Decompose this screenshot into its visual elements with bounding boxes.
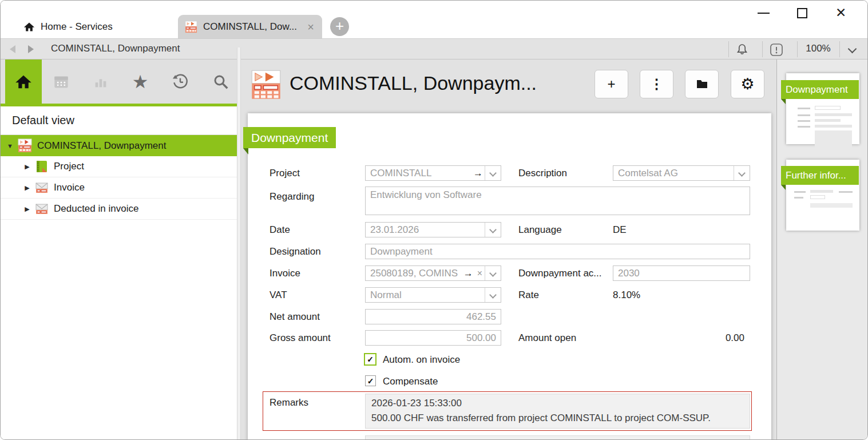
- view-selector[interactable]: Default view: [1, 106, 237, 135]
- compensate-checkbox[interactable]: ✓: [365, 375, 376, 386]
- add-button[interactable]: +: [594, 70, 628, 98]
- regarding-field[interactable]: Entwicklung von Software: [365, 187, 750, 215]
- dropdown-button[interactable]: [485, 223, 501, 237]
- designation-field[interactable]: Downpayment: [365, 244, 750, 259]
- checkmark-icon: ✓: [367, 376, 374, 386]
- invoice-field[interactable]: 25080189, COMINS → ×: [365, 265, 501, 281]
- field-value: Normal: [366, 290, 485, 301]
- calendar-icon[interactable]: [53, 74, 69, 90]
- rate-value: 8.10%: [613, 287, 640, 303]
- checkbox-label: Compensate: [383, 376, 438, 387]
- app-window: Home - Services COMINSTALL, Dow... × + ✕: [0, 0, 868, 440]
- tree-item-label: COMINSTALL, Downpayment: [37, 140, 166, 152]
- gross-amount-field[interactable]: 500.00: [365, 330, 501, 346]
- navigation-tree: ▼ COMINSTALL, Downpayment ▶: [1, 135, 237, 220]
- downpayment-account-field[interactable]: 2030: [613, 265, 750, 281]
- goto-arrow-icon[interactable]: →: [471, 168, 485, 179]
- history-icon[interactable]: [172, 73, 189, 90]
- field-label: Designation: [269, 244, 321, 259]
- expander-closed-icon[interactable]: ▶: [23, 205, 31, 213]
- chevron-down-icon[interactable]: [848, 45, 857, 54]
- project-icon: [35, 160, 49, 173]
- tree-item-invoice[interactable]: ▶ Invoice: [1, 177, 237, 199]
- star-icon[interactable]: ★: [132, 73, 149, 91]
- new-tab-button[interactable]: +: [330, 17, 349, 36]
- field-label: Remarks: [269, 395, 308, 410]
- field-label: Language: [518, 222, 562, 237]
- downpayment-doc-icon: [185, 21, 197, 33]
- zoom-level[interactable]: 100%: [800, 43, 836, 54]
- field-value: 23.01.2026: [366, 224, 485, 236]
- dropdown-button[interactable]: [485, 166, 501, 180]
- more-options-button[interactable]: ⋮: [640, 70, 673, 98]
- title-bar: Home - Services COMINSTALL, Dow... × + ✕: [1, 1, 867, 38]
- tab-label: Home - Services: [41, 21, 178, 33]
- banner-fold: [781, 185, 786, 190]
- page-title: COMINSTALL, Downpaym...: [290, 72, 537, 94]
- sidebar: ★ Default view ▼: [1, 60, 241, 439]
- field-label: Downpayment ac...: [518, 265, 610, 281]
- tab-home-services[interactable]: Home - Services: [14, 15, 178, 38]
- project-field[interactable]: COMINSTALL →: [365, 165, 501, 181]
- sidebar-tab-home[interactable]: [5, 60, 42, 104]
- forward-icon[interactable]: [28, 45, 34, 53]
- gear-icon: ⚙: [740, 75, 754, 93]
- close-tab-icon[interactable]: ×: [306, 21, 315, 33]
- field-label: Rate: [518, 287, 539, 303]
- goto-arrow-icon[interactable]: →: [462, 268, 475, 279]
- remarks-field[interactable]: 2026-01-23 15:33:00 500.00 CHF was trans…: [365, 394, 750, 429]
- chevron-down-icon: [489, 226, 497, 233]
- back-icon[interactable]: [10, 45, 15, 53]
- search-icon[interactable]: [212, 73, 229, 90]
- expander-open-icon[interactable]: ▼: [6, 142, 14, 149]
- date-field[interactable]: 23.01.2026: [365, 222, 501, 237]
- close-window-button[interactable]: ✕: [835, 5, 846, 21]
- bell-icon[interactable]: [735, 42, 749, 56]
- dropdown-button[interactable]: [485, 266, 501, 280]
- downpayment-doc-icon: [18, 138, 32, 153]
- clear-icon[interactable]: ×: [475, 268, 485, 279]
- downpayment-doc-icon: [251, 69, 282, 100]
- chevron-down-icon: [489, 291, 497, 299]
- remarks-line: 2026-01-23 15:33:00: [371, 396, 744, 411]
- autom-on-invoice-checkbox[interactable]: ✓: [364, 353, 376, 366]
- banner-fold: [243, 148, 248, 154]
- field-label: VAT: [269, 287, 287, 303]
- tab-document[interactable]: COMINSTALL, Dow... ×: [178, 15, 322, 38]
- expander-closed-icon[interactable]: ▶: [23, 163, 31, 171]
- vat-field[interactable]: Normal: [365, 287, 501, 303]
- tree-item-root[interactable]: ▼ COMINSTALL, Downpayment: [1, 135, 237, 156]
- folder-button[interactable]: [685, 70, 719, 98]
- settings-button[interactable]: ⚙: [731, 70, 764, 98]
- minimize-button[interactable]: [758, 13, 770, 14]
- sidebar-scrollbar[interactable]: [237, 47, 241, 439]
- field-label: Date: [269, 222, 290, 237]
- checkmark-icon: ✓: [367, 355, 374, 364]
- field-label: Regarding: [269, 189, 314, 204]
- net-amount-field[interactable]: 462.55: [365, 309, 501, 324]
- field-value: 2030: [613, 268, 750, 279]
- bar-chart-icon[interactable]: [93, 74, 109, 90]
- divider: [762, 41, 763, 57]
- description-field[interactable]: Comtelsat AG: [613, 165, 750, 181]
- navigation-bar: COMINSTALL, Downpayment 100%: [1, 38, 867, 60]
- field-label: Net amount: [269, 309, 320, 324]
- field-label: Amount open: [518, 330, 576, 346]
- tree-item-deducted-in-invoice[interactable]: ▶ Deducted in invoice: [1, 199, 237, 220]
- sidebar-icon-group: ★: [42, 60, 241, 104]
- next-field-partial[interactable]: [365, 435, 750, 440]
- dropdown-button[interactable]: [734, 166, 750, 180]
- language-value: DE: [613, 222, 627, 237]
- chevron-down-icon: [738, 169, 746, 177]
- breadcrumb: COMINSTALL, Downpayment: [51, 43, 180, 54]
- tree-item-label: Invoice: [54, 182, 85, 193]
- tree-item-project[interactable]: ▶ Project: [1, 156, 237, 177]
- dropdown-button[interactable]: [485, 288, 501, 302]
- expander-closed-icon[interactable]: ▶: [23, 184, 31, 192]
- field-label: Description: [518, 165, 567, 181]
- maximize-button[interactable]: [797, 8, 807, 18]
- alert-icon[interactable]: [770, 43, 783, 57]
- home-icon: [15, 73, 32, 90]
- tree-item-label: Project: [54, 161, 84, 172]
- section-header: Downpayment: [243, 127, 336, 148]
